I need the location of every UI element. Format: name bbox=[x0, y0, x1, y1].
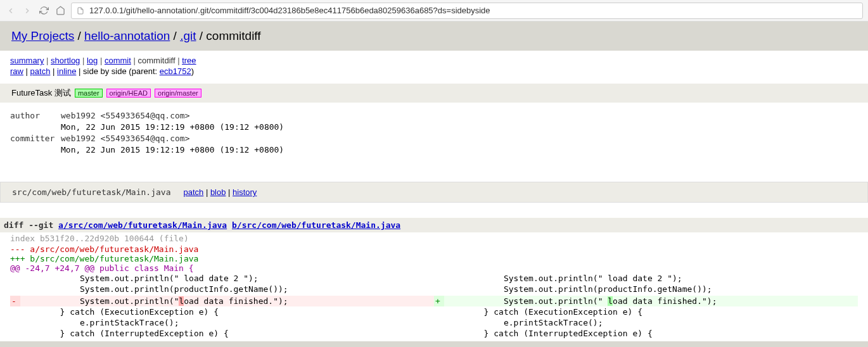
page-icon bbox=[77, 6, 86, 15]
committer-label: committer bbox=[10, 134, 61, 143]
link-file-blob[interactable]: blob bbox=[210, 187, 226, 197]
diff-new-path: +++ b/src/com/web/futuretask/Main.java bbox=[10, 254, 858, 263]
url-text: 127.0.0.1/git/hello-annotation/.git/comm… bbox=[89, 6, 490, 15]
diff-line-deleted: System.out.println("load data finished."… bbox=[20, 296, 434, 306]
breadcrumb-repo[interactable]: hello-annotation bbox=[84, 29, 170, 42]
browser-toolbar: 127.0.0.1/git/hello-annotation/.git/comm… bbox=[0, 0, 868, 22]
diff-link-a[interactable]: a/src/com/web/futuretask/Main.java bbox=[58, 220, 227, 230]
link-raw[interactable]: raw bbox=[10, 66, 23, 76]
commit-title-bar: FutureTask 测试 master origin/HEAD origin/… bbox=[0, 84, 868, 103]
author-label: author bbox=[10, 111, 61, 120]
diff-header: diff --git a/src/com/web/futuretask/Main… bbox=[0, 218, 868, 232]
link-shortlog[interactable]: shortlog bbox=[51, 56, 80, 65]
committer-date: Mon, 22 Jun 2015 19:12:19 +0800 (19:12 +… bbox=[61, 145, 284, 155]
diff-block: diff --git a/src/com/web/futuretask/Main… bbox=[0, 218, 868, 339]
forward-icon[interactable] bbox=[22, 5, 33, 16]
diff-hunk: @@ -24,7 +24,7 @@ public class Main { bbox=[10, 263, 858, 273]
footer: Unnamed repository; edit this file 'desc… bbox=[0, 341, 868, 347]
link-file-patch[interactable]: patch bbox=[183, 187, 203, 197]
parent-label: parent: bbox=[132, 66, 157, 76]
diff-ctx-right: } catch (ExecutionException e) { bbox=[444, 306, 858, 317]
diff-ctx-right: e.printStackTrace(); bbox=[444, 317, 858, 328]
diff-sign-plus: + bbox=[434, 296, 444, 306]
file-header: src/com/web/futuretask/Main.java patch |… bbox=[0, 182, 868, 203]
file-name: src/com/web/futuretask/Main.java bbox=[12, 187, 170, 197]
breadcrumb-projects[interactable]: My Projects bbox=[11, 29, 74, 42]
home-icon[interactable] bbox=[54, 5, 66, 16]
committer-value: web1992 <554933654@qq.com> bbox=[61, 134, 190, 143]
badge-master[interactable]: master bbox=[75, 89, 103, 98]
link-file-history[interactable]: history bbox=[233, 187, 257, 197]
diff-ctx-right: System.out.println(productInfo.getName()… bbox=[444, 284, 858, 294]
nav-links-secondary: raw | patch | inline | side by side (par… bbox=[0, 66, 868, 81]
commit-title: FutureTask 测试 bbox=[11, 87, 71, 99]
badge-origin-head[interactable]: origin/HEAD bbox=[106, 89, 151, 98]
link-commit[interactable]: commit bbox=[105, 56, 131, 65]
diff-ctx-right: System.out.println(" load date 2 "); bbox=[444, 273, 858, 284]
link-summary[interactable]: summary bbox=[10, 56, 44, 65]
page-content: My Projects / hello-annotation / .git / … bbox=[0, 22, 868, 347]
link-tree[interactable]: tree bbox=[182, 56, 196, 65]
diff-ctx-left: } catch (ExecutionException e) { bbox=[20, 306, 434, 317]
diff-ctx-left: } catch (InterruptedException e) { bbox=[20, 328, 434, 339]
breadcrumb-page: commitdiff bbox=[206, 29, 260, 42]
diff-ctx-left: System.out.println(productInfo.getName()… bbox=[20, 284, 434, 294]
breadcrumb: My Projects / hello-annotation / .git / … bbox=[0, 22, 868, 51]
author-value: web1992 <554933654@qq.com> bbox=[61, 111, 190, 120]
link-parent-hash[interactable]: ecb1752 bbox=[160, 66, 191, 76]
link-patch[interactable]: patch bbox=[30, 66, 51, 76]
diff-sidebyside: System.out.println(" load date 2 "); Sys… bbox=[10, 273, 858, 339]
diff-line-added: System.out.println(" load data finished.… bbox=[444, 296, 858, 306]
breadcrumb-git[interactable]: .git bbox=[180, 29, 196, 42]
back-icon[interactable] bbox=[5, 5, 16, 16]
diff-link-b[interactable]: b/src/com/web/futuretask/Main.java bbox=[232, 220, 400, 230]
diff-index: index b531f20..22d920b 100644 (file) bbox=[10, 232, 858, 244]
link-inline[interactable]: inline bbox=[57, 66, 76, 76]
reload-icon[interactable] bbox=[38, 5, 49, 16]
author-date: Mon, 22 Jun 2015 19:12:19 +0800 (19:12 +… bbox=[61, 122, 284, 132]
diff-sign-minus: - bbox=[10, 296, 20, 306]
mode-sidebyside: side by side bbox=[83, 66, 127, 76]
diff-old-path: --- a/src/com/web/futuretask/Main.java bbox=[10, 244, 858, 254]
url-bar[interactable]: 127.0.0.1/git/hello-annotation/.git/comm… bbox=[71, 3, 863, 19]
nav-links-primary: summary | shortlog | log | commit | comm… bbox=[0, 51, 868, 66]
diff-ctx-left: System.out.println(" load date 2 "); bbox=[20, 273, 434, 284]
diff-ctx-left: e.printStackTrace(); bbox=[20, 317, 434, 328]
badge-origin-master[interactable]: origin/master bbox=[155, 89, 201, 98]
link-log[interactable]: log bbox=[87, 56, 98, 65]
diff-ctx-right: } catch (InterruptedException e) { bbox=[444, 328, 858, 339]
link-commitdiff: commitdiff bbox=[138, 56, 176, 65]
commit-meta: author web1992 <554933654@qq.com> Mon, 2… bbox=[0, 103, 868, 163]
